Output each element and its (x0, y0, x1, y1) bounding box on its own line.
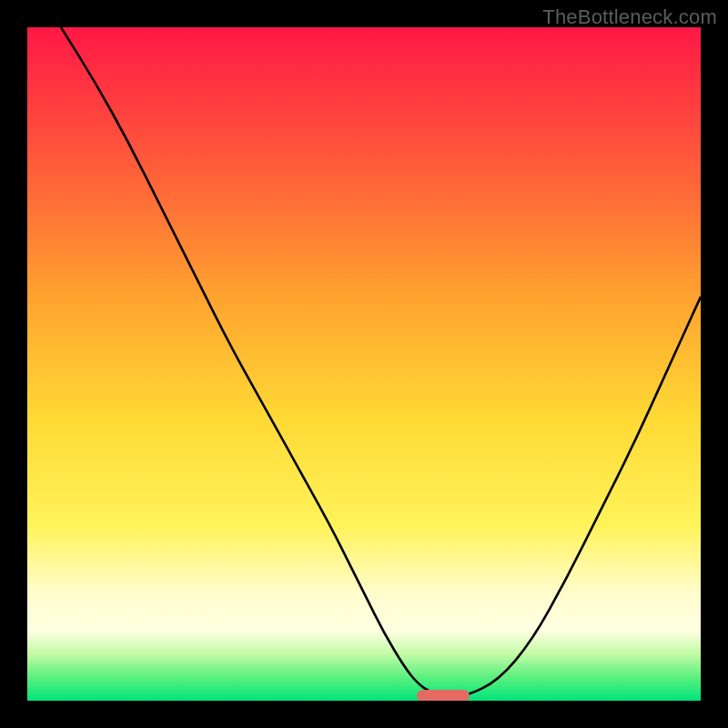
watermark-text: TheBottleneck.com (542, 5, 717, 29)
chart-frame: TheBottleneck.com (0, 0, 728, 728)
bottleneck-curve (27, 27, 701, 701)
curve-path (61, 27, 701, 697)
optimal-range-marker (417, 690, 470, 701)
plot-area (27, 27, 701, 701)
